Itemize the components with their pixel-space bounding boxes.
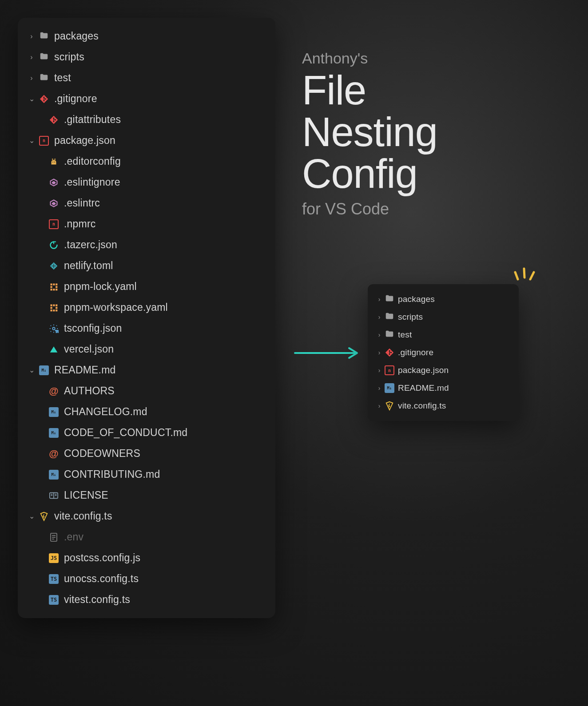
- tree-item[interactable]: M↓CONTRIBUTING.md: [18, 464, 275, 485]
- tree-item-label: AUTHORS: [64, 385, 115, 397]
- tree-item[interactable]: ⌄M↓README.md: [18, 360, 275, 381]
- tree-item-label: scripts: [398, 312, 423, 322]
- tree-item[interactable]: ›test: [18, 67, 275, 88]
- folder-icon: [38, 31, 50, 42]
- at-icon: @: [48, 448, 60, 460]
- svg-marker-21: [52, 202, 56, 205]
- tree-item[interactable]: .eslintignore: [18, 172, 275, 193]
- tree-item-label: vercel.json: [64, 343, 114, 355]
- svg-rect-32: [51, 304, 52, 306]
- svg-rect-38: [53, 309, 55, 311]
- tree-item[interactable]: .env: [18, 527, 275, 547]
- tree-item[interactable]: ⌄vite.config.ts: [18, 506, 275, 527]
- vite-icon: [38, 511, 50, 522]
- tree-item-label: CHANGELOG.md: [64, 406, 147, 418]
- svg-line-1: [515, 272, 518, 279]
- tree-item[interactable]: .gitattributes: [18, 109, 275, 130]
- tree-item[interactable]: TStsconfig.json: [18, 318, 275, 339]
- chevron-down-icon: ⌄: [28, 136, 36, 145]
- svg-line-13: [54, 119, 56, 120]
- title-main: File Nesting Config: [302, 70, 437, 194]
- svg-rect-27: [51, 286, 52, 288]
- tree-item[interactable]: ›M↓README.md: [368, 379, 519, 397]
- tree-item[interactable]: ›.gitignore: [368, 344, 519, 361]
- svg-rect-33: [53, 304, 55, 306]
- svg-line-8: [44, 99, 46, 99]
- svg-rect-34: [56, 304, 57, 306]
- tree-item[interactable]: n.npmrc: [18, 214, 275, 234]
- folder-icon: [38, 52, 50, 63]
- tree-item[interactable]: ›scripts: [18, 47, 275, 67]
- tree-item[interactable]: ›npackage.json: [368, 361, 519, 379]
- svg-text:TS: TS: [56, 329, 59, 333]
- svg-rect-25: [53, 283, 55, 285]
- svg-rect-26: [56, 283, 57, 285]
- tree-item-label: packages: [54, 30, 99, 42]
- svg-line-56: [389, 352, 391, 353]
- tree-item[interactable]: M↓CHANGELOG.md: [18, 401, 275, 422]
- env-icon: [48, 531, 60, 543]
- tree-item[interactable]: TSunocss.config.ts: [18, 568, 275, 589]
- tree-item[interactable]: @CODEOWNERS: [18, 443, 275, 464]
- eslint-icon: [48, 198, 60, 209]
- tree-item-label: CONTRIBUTING.md: [64, 468, 160, 480]
- title-post: for VS Code: [302, 200, 437, 218]
- tree-item[interactable]: ›test: [368, 326, 519, 344]
- svg-marker-19: [52, 181, 56, 184]
- tazerc-icon: [48, 239, 60, 251]
- tree-item[interactable]: .eslintrc: [18, 193, 275, 214]
- tree-item-label: .npmrc: [64, 218, 96, 230]
- md-icon: M↓: [48, 469, 60, 480]
- tree-item-label: README.md: [54, 364, 116, 376]
- svg-rect-39: [56, 309, 57, 311]
- tree-item[interactable]: ›scripts: [368, 308, 519, 326]
- tree-item[interactable]: .editorconfig: [18, 151, 275, 172]
- tree-item[interactable]: pnpm-workspace.yaml: [18, 297, 275, 318]
- tree-item[interactable]: netlify.toml: [18, 255, 275, 276]
- tree-item[interactable]: ›packages: [18, 26, 275, 47]
- chevron-right-icon: ›: [376, 313, 383, 321]
- tree-item[interactable]: JSpostcss.config.js: [18, 547, 275, 568]
- svg-point-14: [52, 159, 53, 160]
- tree-item-label: .gitattributes: [64, 114, 121, 126]
- tree-item[interactable]: ⌄.gitignore: [18, 88, 275, 109]
- tree-item[interactable]: vercel.json: [18, 339, 275, 360]
- ts-icon: TS: [48, 594, 60, 606]
- folder-icon: [385, 330, 394, 340]
- md-icon: M↓: [385, 383, 394, 393]
- tree-item-label: .tazerc.json: [64, 239, 117, 251]
- tree-item-label: vite.config.ts: [54, 510, 112, 522]
- folder-icon: [38, 72, 50, 84]
- chevron-right-icon: ›: [376, 331, 383, 338]
- tree-item-label: test: [54, 72, 71, 84]
- tree-item-label: CODEOWNERS: [64, 448, 140, 460]
- tree-item[interactable]: TSvitest.config.ts: [18, 589, 275, 610]
- license-icon: [48, 490, 60, 501]
- editorconfig-icon: [48, 156, 60, 167]
- tree-item[interactable]: LICENSE: [18, 485, 275, 506]
- tree-item[interactable]: M↓CODE_OF_CONDUCT.md: [18, 422, 275, 443]
- tree-item-label: .gitignore: [54, 93, 97, 105]
- npm-icon: n: [38, 135, 50, 147]
- tree-item-label: .eslintrc: [64, 197, 100, 209]
- ts-icon: TS: [48, 573, 60, 585]
- tree-item-label: CODE_OF_CONDUCT.md: [64, 427, 187, 439]
- tree-item[interactable]: @AUTHORS: [18, 381, 275, 401]
- folder-icon: [385, 294, 394, 304]
- svg-point-40: [52, 327, 55, 330]
- tree-item[interactable]: .tazerc.json: [18, 234, 275, 255]
- svg-line-2: [524, 269, 524, 278]
- tree-item-label: .gitignore: [398, 348, 433, 357]
- tree-item-label: .eslintignore: [64, 176, 120, 188]
- tree-item[interactable]: ⌄npackage.json: [18, 130, 275, 151]
- tree-item[interactable]: ›vite.config.ts: [368, 397, 519, 415]
- vercel-icon: [48, 344, 60, 355]
- chevron-right-icon: ›: [28, 74, 36, 82]
- tree-item-label: pnpm-workspace.yaml: [64, 301, 168, 313]
- svg-point-17: [54, 162, 55, 163]
- tree-item[interactable]: ›packages: [368, 290, 519, 308]
- expanded-file-tree: ›packages›scripts›test⌄.gitignore.gitatt…: [18, 18, 275, 618]
- tree-item[interactable]: pnpm-lock.yaml: [18, 276, 275, 297]
- tree-item-label: README.md: [398, 383, 449, 393]
- svg-rect-35: [51, 307, 52, 309]
